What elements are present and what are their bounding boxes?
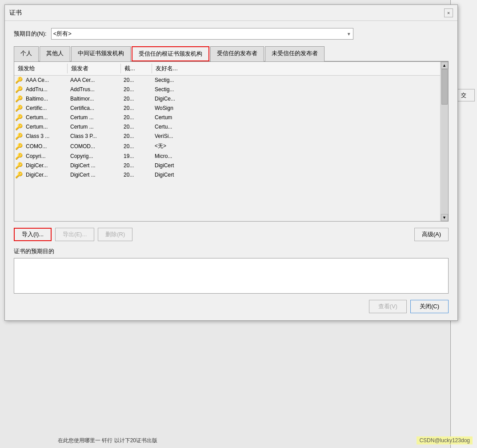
table-row[interactable]: 🔑 AddTru... AddTrus... 20... Sectig... [14, 85, 440, 94]
col-header-issuer[interactable]: 颁发者 [68, 64, 121, 73]
cert-list-body: 🔑 AAA Ce... AAA Cer... 20... Sectig... 🔑… [14, 76, 440, 221]
table-row[interactable]: 🔑 Class 3 ... Class 3 P... 20... VeriSi.… [14, 132, 440, 141]
cert-icon: 🔑 [14, 133, 23, 140]
cell-issuer: AddTrus... [68, 86, 121, 93]
cell-expiry: 20... [121, 114, 152, 121]
cell-friendly: VeriSi... [152, 133, 219, 140]
cert-list-header: 颁发给 颁发者 截... 友好名... [14, 62, 440, 76]
cell-issued-to: Baltimo... [23, 95, 68, 102]
import-button[interactable]: 导入(I)... [14, 228, 52, 241]
cell-issued-to: Copyri... [23, 153, 68, 160]
cert-list-wrapper: 颁发给 颁发者 截... 友好名... 🔑 AAA Ce... AAA Cer.… [14, 61, 449, 222]
cell-issuer: Copyrig... [68, 153, 121, 160]
tab-trusted-publisher[interactable]: 受信任的发布者 [210, 46, 264, 61]
cell-issuer: Certum ... [68, 123, 121, 130]
tab-others[interactable]: 其他人 [40, 46, 70, 61]
dialog-content: 预期目的(N): <所有> ▼ 个人 其他人 中间证书颁发机构 受信任的根证书颁… [5, 21, 457, 320]
delete-button[interactable]: 删除(R) [98, 228, 132, 241]
bottom-row: 查看(V) 关闭(C) [14, 300, 449, 313]
cell-expiry: 20... [121, 162, 152, 169]
table-row[interactable]: 🔑 Certific... Certifica... 20... WoSign [14, 104, 440, 113]
dialog-title: 证书 [9, 9, 22, 17]
cell-friendly: DigiCert [152, 162, 219, 169]
cert-icon: 🔑 [14, 114, 23, 121]
scrollbar-thumb[interactable] [441, 69, 448, 105]
cert-icon: 🔑 [14, 77, 23, 84]
cell-issuer: DigiCert ... [68, 162, 121, 169]
cell-issued-to: Certific... [23, 105, 68, 112]
tab-personal[interactable]: 个人 [14, 46, 39, 61]
close-button[interactable]: × [444, 8, 453, 17]
purpose-label: 预期目的(N): [14, 30, 47, 38]
tabs-container: 个人 其他人 中间证书颁发机构 受信任的根证书颁发机构 受信任的发布者 未受信任… [14, 46, 449, 61]
cell-friendly: Certum [152, 114, 219, 121]
cell-issued-to: AddTru... [23, 86, 68, 93]
table-row[interactable]: 🔑 Copyri... Copyrig... 19... Micro... [14, 152, 440, 161]
cell-expiry: 19... [121, 153, 152, 160]
cell-friendly: <无> [152, 142, 219, 150]
cell-issued-to: Certum... [23, 123, 68, 130]
cell-issued-to: Certum... [23, 114, 68, 121]
cert-icon: 🔑 [14, 143, 23, 150]
close-dialog-button[interactable]: 关闭(C) [410, 300, 449, 313]
col-header-issued-to[interactable]: 颁发给 [14, 64, 68, 73]
bottom-hint-text: 在此您使用哪里一 钎行 以计下20证书出版 [58, 437, 157, 444]
watermark-text: CSDN@lucky123dog [417, 436, 473, 444]
cert-icon: 🔑 [14, 153, 23, 160]
cell-issued-to: Class 3 ... [23, 133, 68, 140]
scrollbar-track[interactable] [441, 69, 448, 214]
cell-friendly: Micro... [152, 153, 219, 160]
cert-icon: 🔑 [14, 162, 23, 169]
cell-expiry: 20... [121, 133, 152, 140]
table-row[interactable]: 🔑 Baltimo... Baltimor... 20... DigiCe... [14, 94, 440, 104]
tab-untrusted[interactable]: 未受信任的发布者 [265, 46, 325, 61]
advanced-button[interactable]: 高级(A) [414, 228, 449, 241]
cert-list-inner: 颁发给 颁发者 截... 友好名... 🔑 AAA Ce... AAA Cer.… [14, 62, 440, 221]
cell-friendly: Sectig... [152, 77, 219, 84]
purpose-select[interactable]: <所有> ▼ [51, 28, 353, 40]
table-row[interactable]: 🔑 DigiCer... DigiCert ... 20... DigiCert [14, 170, 440, 180]
table-row[interactable]: 🔑 Certum... Certum ... 20... Certum [14, 113, 440, 122]
cell-expiry: 20... [121, 77, 152, 84]
certificate-dialog: 证书 × 预期目的(N): <所有> ▼ 个人 其他人 中间证书颁发机构 受信任… [4, 4, 458, 321]
cell-issuer: DigiCert ... [68, 171, 121, 178]
export-button[interactable]: 导出(E)... [55, 228, 94, 241]
cell-issuer: Certum ... [68, 114, 121, 121]
scrollbar-down-button[interactable]: ▼ [441, 214, 448, 221]
cert-icon: 🔑 [14, 123, 23, 130]
table-row[interactable]: 🔑 COMO... COMOD... 20... <无> [14, 141, 440, 152]
view-button[interactable]: 查看(V) [369, 300, 407, 313]
tab-trusted-root[interactable]: 受信任的根证书颁发机构 [132, 46, 209, 61]
cell-issued-to: DigiCer... [23, 171, 68, 178]
cell-friendly: DigiCe... [152, 95, 219, 102]
cert-icon: 🔑 [14, 171, 23, 178]
table-row[interactable]: 🔑 Certum... Certum ... 20... Certu... [14, 122, 440, 132]
cell-issued-to: DigiCer... [23, 162, 68, 169]
cell-expiry: 20... [121, 171, 152, 178]
col-header-friendly[interactable]: 友好名... [152, 64, 219, 73]
table-row[interactable]: 🔑 DigiCer... DigiCert ... 20... DigiCert [14, 161, 440, 170]
title-controls: × [444, 8, 453, 17]
cell-issuer: AAA Cer... [68, 77, 121, 84]
purpose-row: 预期目的(N): <所有> ▼ [14, 28, 449, 40]
cert-icon: 🔑 [14, 86, 23, 93]
cell-friendly: Sectig... [152, 86, 219, 93]
cert-purpose-box [14, 258, 449, 294]
cell-issuer: COMOD... [68, 143, 121, 150]
cell-issued-to: COMO... [23, 143, 68, 150]
title-bar: 证书 × [5, 5, 457, 21]
cert-icon: 🔑 [14, 105, 23, 112]
tab-intermediate[interactable]: 中间证书颁发机构 [71, 46, 131, 61]
cell-friendly: WoSign [152, 105, 219, 112]
cell-friendly: Certu... [152, 123, 219, 130]
cell-issuer: Certifica... [68, 105, 121, 112]
cell-expiry: 20... [121, 86, 152, 93]
col-header-expiry[interactable]: 截... [121, 64, 152, 73]
scrollbar-up-button[interactable]: ▲ [441, 62, 448, 69]
action-buttons-row: 导入(I)... 导出(E)... 删除(R) 高级(A) [14, 228, 449, 241]
cert-scrollbar[interactable]: ▲ ▼ [440, 62, 448, 221]
table-row[interactable]: 🔑 AAA Ce... AAA Cer... 20... Sectig... [14, 76, 440, 85]
cell-expiry: 20... [121, 143, 152, 150]
cell-issued-to: AAA Ce... [23, 77, 68, 84]
cell-expiry: 20... [121, 105, 152, 112]
